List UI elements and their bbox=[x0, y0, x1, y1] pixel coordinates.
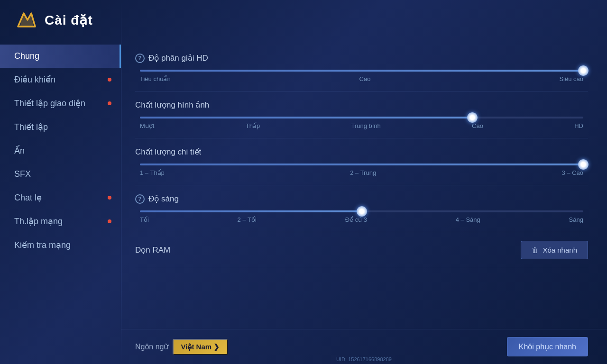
header: Cài đặt bbox=[0, 0, 607, 40]
notification-dot bbox=[108, 196, 111, 200]
slider-track bbox=[140, 164, 583, 165]
setting-label-do-sang: ? Độ sáng bbox=[135, 194, 588, 204]
page-title: Cài đặt bbox=[45, 12, 93, 28]
setting-chat-luong-hinh-anh: Chất lượng hình ảnh Mượt Thấp Trung bình… bbox=[135, 91, 588, 138]
sidebar-item-label: Kiểm tra mạng bbox=[14, 240, 71, 250]
bottom-bar: Ngôn ngữ Việt Nam ❯ Khôi phục nhanh UID:… bbox=[121, 329, 607, 364]
uid-text: UID: 152617166898289 bbox=[336, 356, 392, 362]
setting-label-do-phan-giai: ? Độ phân giải HD bbox=[135, 53, 588, 63]
setting-label-chat-luong-hinh-anh: Chất lượng hình ảnh bbox=[135, 100, 588, 110]
khoi-phuc-label: Khôi phục nhanh bbox=[519, 343, 576, 351]
setting-do-phan-giai: ? Độ phân giải HD Tiêu chuẩn Cao Siêu ca… bbox=[135, 45, 588, 91]
help-icon-do-sang[interactable]: ? bbox=[135, 194, 145, 204]
notification-dot bbox=[108, 219, 111, 223]
main-layout: Chung Điều khiển Thiết lập giao diện Thi… bbox=[0, 40, 607, 364]
khoi-phuc-nhanh-button[interactable]: Khôi phục nhanh bbox=[507, 337, 588, 356]
sidebar-item-label: Chat lẹ bbox=[14, 192, 42, 203]
content-area: ? Độ phân giải HD Tiêu chuẩn Cao Siêu ca… bbox=[121, 40, 607, 364]
slider-chat-luong-chi-tiet[interactable]: 1 – Thấp 2 – Trung 3 – Cao bbox=[135, 164, 588, 176]
sidebar-item-label: Thiết lập bbox=[14, 122, 48, 132]
slider-track bbox=[140, 117, 583, 118]
ngon-ngu-label: Ngôn ngữ bbox=[135, 342, 169, 351]
logo-icon bbox=[14, 9, 37, 31]
don-ram-label: Dọn RAM bbox=[135, 245, 170, 255]
sidebar-item-label: Th.lập mạng bbox=[14, 216, 63, 227]
xoa-nhanh-button[interactable]: 🗑 Xóa nhanh bbox=[521, 241, 588, 259]
setting-label-chat-luong-chi-tiet: Chất lượng chi tiết bbox=[135, 147, 588, 157]
setting-don-ram: Dọn RAM 🗑 Xóa nhanh bbox=[135, 232, 588, 268]
slider-do-sang[interactable]: Tối 2 – Tối Để củ 3 4 – Sáng Sáng bbox=[135, 210, 588, 223]
sidebar: Chung Điều khiển Thiết lập giao diện Thi… bbox=[0, 40, 121, 364]
slider-fill bbox=[140, 70, 583, 72]
notification-dot bbox=[108, 78, 111, 82]
slider-labels: Mượt Thấp Trung bình Cao HD bbox=[140, 122, 583, 129]
slider-labels: Tối 2 – Tối Để củ 3 4 – Sáng Sáng bbox=[140, 216, 583, 223]
sidebar-item-th-lap-mang[interactable]: Th.lập mạng bbox=[0, 209, 121, 233]
xoa-nhanh-label: Xóa nhanh bbox=[543, 246, 577, 254]
sidebar-item-label: Thiết lập giao diện bbox=[14, 98, 85, 109]
sidebar-item-kiem-tra-mang[interactable]: Kiểm tra mạng bbox=[0, 233, 121, 257]
slider-fill bbox=[140, 164, 583, 165]
slider-labels: Tiêu chuẩn Cao Siêu cao bbox=[140, 75, 583, 82]
sidebar-item-thiet-lap-giao-dien[interactable]: Thiết lập giao diện bbox=[0, 91, 121, 115]
sidebar-item-dieu-khien[interactable]: Điều khiển bbox=[0, 68, 121, 91]
setting-chat-luong-chi-tiet: Chất lượng chi tiết 1 – Thấp 2 – Trung 3… bbox=[135, 138, 588, 185]
slider-do-phan-giai[interactable]: Tiêu chuẩn Cao Siêu cao bbox=[135, 70, 588, 82]
sidebar-item-label: Điều khiển bbox=[14, 74, 55, 85]
bottom-spacer bbox=[135, 268, 588, 301]
sidebar-item-thiet-lap[interactable]: Thiết lập bbox=[0, 115, 121, 139]
ngon-ngu-value: Việt Nam bbox=[181, 343, 212, 351]
slider-labels: 1 – Thấp 2 – Trung 3 – Cao bbox=[140, 169, 583, 176]
slider-thumb[interactable] bbox=[467, 112, 478, 123]
sidebar-item-sfx[interactable]: SFX bbox=[0, 163, 121, 186]
sidebar-item-label: SFX bbox=[14, 169, 31, 179]
help-icon-do-phan-giai[interactable]: ? bbox=[135, 54, 145, 63]
ngon-ngu-section: Ngôn ngữ Việt Nam ❯ bbox=[135, 339, 228, 355]
slider-track bbox=[140, 70, 583, 72]
slider-track bbox=[140, 210, 583, 212]
svg-marker-1 bbox=[20, 13, 33, 27]
sidebar-item-an[interactable]: Ẩn bbox=[0, 139, 121, 163]
sidebar-item-chung[interactable]: Chung bbox=[0, 45, 121, 68]
slider-thumb[interactable] bbox=[357, 206, 367, 217]
ngon-ngu-button[interactable]: Việt Nam ❯ bbox=[173, 339, 229, 355]
notification-dot bbox=[108, 101, 111, 105]
sidebar-item-label: Ẩn bbox=[14, 146, 25, 156]
chevron-right-icon: ❯ bbox=[213, 343, 220, 351]
slider-chat-luong-hinh-anh[interactable]: Mượt Thấp Trung bình Cao HD bbox=[135, 117, 588, 129]
slider-fill bbox=[140, 210, 362, 212]
trash-icon: 🗑 bbox=[532, 246, 539, 254]
slider-thumb[interactable] bbox=[578, 159, 589, 170]
slider-thumb[interactable] bbox=[578, 65, 589, 76]
sidebar-divider bbox=[121, 0, 121, 364]
sidebar-item-label: Chung bbox=[14, 51, 39, 61]
setting-do-sang: ? Độ sáng Tối 2 – Tối Để củ 3 4 – Sáng S… bbox=[135, 185, 588, 232]
sidebar-item-chat-le[interactable]: Chat lẹ bbox=[0, 186, 121, 209]
slider-fill bbox=[140, 117, 472, 118]
